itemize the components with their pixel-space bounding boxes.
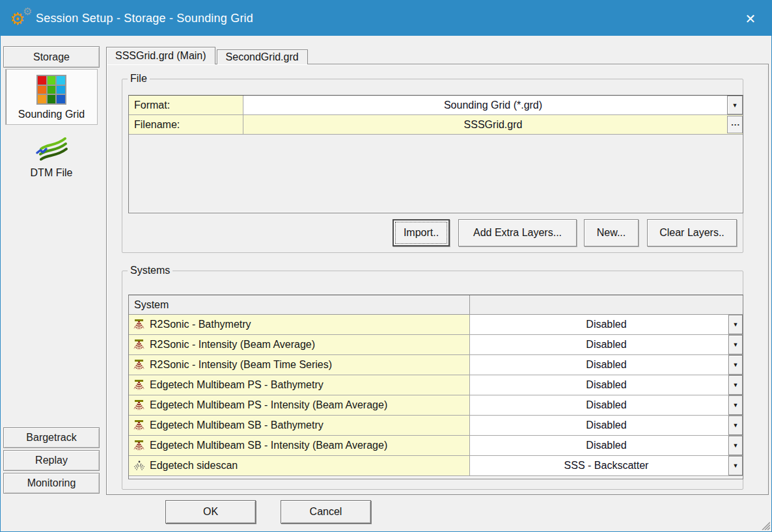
system-name: Edgetech Multibeam PS - Intensity (Beam … (150, 399, 387, 411)
tab-secondgrid[interactable]: SecondGrid.grd (217, 49, 308, 64)
filename-field[interactable]: SSSGrid.grd ... (243, 115, 743, 134)
table-row: R2Sonic - Intensity (Beam Time Series) D… (129, 355, 743, 375)
resize-grip[interactable] (760, 520, 770, 530)
multibeam-icon (133, 379, 146, 392)
chevron-down-icon[interactable]: ▼ (728, 416, 743, 435)
chevron-down-icon[interactable]: ▼ (727, 96, 743, 114)
gear-icon: ⚙ ⚙ (8, 5, 34, 31)
system-value: Disabled (586, 399, 626, 411)
sidebar-item-label: Sounding Grid (18, 109, 85, 120)
system-value: Disabled (586, 440, 626, 451)
file-group: File Format: Sounding Grid (*.grd) ▼ Fil… (122, 73, 743, 253)
tab-sssgrid-main[interactable]: SSSGrid.grd (Main) (106, 47, 215, 64)
system-value-dropdown[interactable]: Disabled ▼ (470, 335, 743, 354)
chevron-down-icon[interactable]: ▼ (728, 436, 743, 455)
systems-group-legend: Systems (128, 265, 172, 276)
sidebar-category-monitoring[interactable]: Monitoring (3, 473, 100, 494)
filename-value: SSSGrid.grd (464, 119, 523, 131)
table-row: R2Sonic - Bathymetry Disabled ▼ (129, 315, 743, 335)
sidebar-item-sounding-grid[interactable]: Sounding Grid (5, 69, 98, 125)
multibeam-icon (133, 338, 146, 351)
system-cell: R2Sonic - Intensity (Beam Average) (129, 335, 470, 354)
system-name: Edgetech Multibeam PS - Bathymetry (150, 379, 324, 391)
session-setup-dialog: ⚙ ⚙ Session Setup - Storage - Sounding G… (0, 0, 772, 532)
table-row: Edgetech Multibeam PS - Intensity (Beam … (129, 395, 743, 416)
system-value-dropdown[interactable]: Disabled ▼ (470, 375, 743, 395)
sidescan-icon (133, 459, 146, 472)
titlebar: ⚙ ⚙ Session Setup - Storage - Sounding G… (1, 1, 771, 36)
browse-button[interactable]: ... (727, 116, 743, 133)
system-value: Disabled (586, 339, 626, 351)
system-value-dropdown[interactable]: SSS - Backscatter ▼ (470, 456, 743, 475)
cancel-button[interactable]: Cancel (281, 500, 371, 524)
multibeam-icon (133, 419, 146, 432)
system-value-dropdown[interactable]: Disabled ▼ (470, 416, 743, 435)
chevron-down-icon[interactable]: ▼ (728, 335, 743, 354)
system-name: R2Sonic - Intensity (Beam Time Series) (150, 359, 332, 371)
multibeam-icon (133, 318, 146, 331)
ok-button[interactable]: OK (165, 500, 256, 524)
table-row: R2Sonic - Intensity (Beam Average) Disab… (129, 335, 743, 355)
system-cell: Edgetech sidescan (129, 456, 470, 475)
systems-table-header: System (129, 295, 743, 315)
chevron-down-icon[interactable]: ▼ (728, 456, 743, 475)
system-name: Edgetech Multibeam SB - Bathymetry (150, 419, 324, 431)
table-row: Edgetech sidescan SSS - Backscatter ▼ (129, 456, 743, 476)
table-row: Edgetech Multibeam SB - Intensity (Beam … (129, 436, 743, 456)
file-properties-panel: Format: Sounding Grid (*.grd) ▼ Filename… (128, 95, 743, 213)
format-row: Format: Sounding Grid (*.grd) ▼ (129, 96, 743, 115)
sidebar-category-replay[interactable]: Replay (3, 450, 100, 471)
system-value: Disabled (586, 419, 626, 431)
file-buttons: Import.. Add Extra Layers... New... Clea… (393, 219, 737, 246)
format-dropdown[interactable]: Sounding Grid (*.grd) ▼ (243, 96, 743, 114)
system-cell: Edgetech Multibeam PS - Bathymetry (129, 375, 470, 395)
chevron-down-icon[interactable]: ▼ (728, 375, 743, 395)
system-value: SSS - Backscatter (564, 460, 649, 472)
system-column-header: System (129, 295, 470, 314)
new-button[interactable]: New... (584, 219, 639, 246)
tab-strip: SSSGrid.grd (Main) SecondGrid.grd (106, 47, 308, 64)
format-label: Format: (129, 96, 243, 114)
systems-group: Systems System R2Sonic - Bathymetry Disa… (122, 265, 743, 490)
tab-page: File Format: Sounding Grid (*.grd) ▼ Fil… (106, 64, 769, 495)
system-cell: R2Sonic - Intensity (Beam Time Series) (129, 355, 470, 375)
chevron-down-icon[interactable]: ▼ (728, 315, 743, 334)
system-cell: Edgetech Multibeam PS - Intensity (Beam … (129, 395, 470, 415)
clear-layers-button[interactable]: Clear Layers.. (647, 219, 737, 246)
close-icon[interactable]: ✕ (741, 10, 760, 28)
system-value: Disabled (586, 319, 626, 330)
file-group-legend: File (128, 73, 150, 85)
system-value-dropdown[interactable]: Disabled ▼ (470, 395, 743, 415)
filename-label: Filename: (129, 115, 243, 134)
system-name: Edgetech Multibeam SB - Intensity (Beam … (150, 440, 387, 451)
systems-table-body: R2Sonic - Bathymetry Disabled ▼ R2Sonic … (129, 315, 743, 476)
chevron-down-icon[interactable]: ▼ (728, 355, 743, 375)
sounding-grid-icon (36, 75, 66, 105)
sidebar-category-bargetrack[interactable]: Bargetrack (3, 427, 100, 448)
table-row: Edgetech Multibeam PS - Bathymetry Disab… (129, 375, 743, 395)
system-cell: R2Sonic - Bathymetry (129, 315, 470, 334)
table-row: Edgetech Multibeam SB - Bathymetry Disab… (129, 416, 743, 436)
sidebar: Storage Sounding Grid DTM File (3, 46, 100, 187)
add-extra-layers-button[interactable]: Add Extra Layers... (458, 219, 577, 246)
format-value: Sounding Grid (*.grd) (444, 100, 542, 111)
system-cell: Edgetech Multibeam SB - Bathymetry (129, 416, 470, 435)
system-value-dropdown[interactable]: Disabled ▼ (470, 315, 743, 334)
chevron-down-icon[interactable]: ▼ (728, 395, 743, 415)
sidebar-item-dtm-file[interactable]: DTM File (5, 129, 98, 183)
import-button[interactable]: Import.. (393, 219, 450, 246)
system-name: R2Sonic - Bathymetry (150, 319, 251, 330)
filename-row: Filename: SSSGrid.grd ... (129, 115, 743, 135)
multibeam-icon (133, 439, 146, 452)
sidebar-category-storage[interactable]: Storage (3, 46, 100, 68)
multibeam-icon (133, 399, 146, 412)
sidebar-item-label: DTM File (31, 167, 73, 179)
system-value-dropdown[interactable]: Disabled ▼ (470, 436, 743, 455)
window-title: Session Setup - Storage - Sounding Grid (36, 12, 253, 25)
multibeam-icon (133, 358, 146, 371)
system-cell: Edgetech Multibeam SB - Intensity (Beam … (129, 436, 470, 455)
systems-table: System R2Sonic - Bathymetry Disabled ▼ R… (128, 295, 743, 479)
value-column-header (470, 295, 743, 314)
system-name: R2Sonic - Intensity (Beam Average) (150, 339, 315, 351)
system-value-dropdown[interactable]: Disabled ▼ (470, 355, 743, 375)
